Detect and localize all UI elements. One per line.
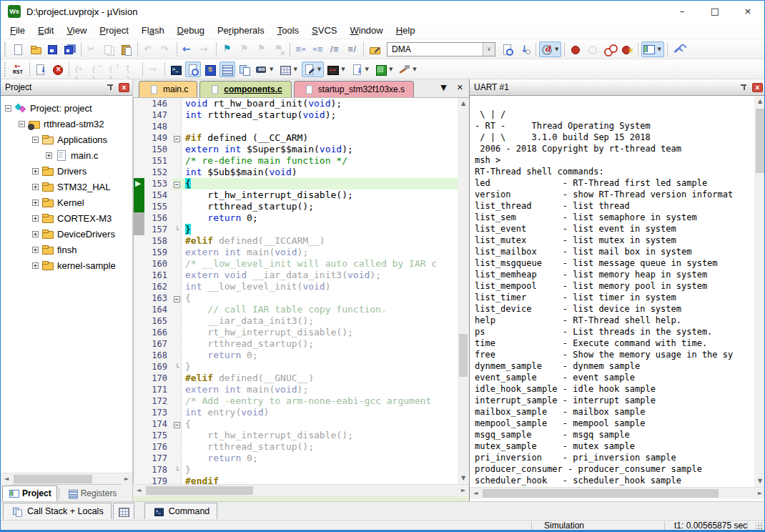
code-line[interactable]: 177 return 0; (134, 453, 469, 464)
code-line[interactable]: 165 __iar_data_init3(); (134, 315, 469, 327)
tree-item-kernel-sample[interactable]: +kernel-sample (1, 257, 132, 273)
navigate-forward-button[interactable] (197, 41, 213, 57)
expand-icon[interactable]: + (32, 200, 39, 206)
project-panel-close-icon[interactable]: x (119, 83, 129, 92)
save-button[interactable] (45, 41, 61, 57)
fold-marker[interactable]: − (172, 132, 182, 144)
expand-icon[interactable]: − (32, 137, 39, 143)
toolbar-grip[interactable] (4, 62, 7, 77)
code-line[interactable]: 148 (134, 121, 469, 132)
memory-map-button[interactable] (113, 503, 134, 519)
code-line[interactable]: 158#elif defined(__ICCARM__) (134, 235, 469, 247)
find-in-files-dialog-button[interactable] (500, 41, 515, 57)
bookmark-toggle-button[interactable] (219, 41, 235, 57)
symbols-window-button[interactable] (202, 61, 218, 77)
close-button[interactable]: × (731, 1, 764, 22)
watch-windows-button[interactable]: ▼ (254, 61, 276, 77)
code-line[interactable]: 147int rtthread_startup(void); (134, 109, 469, 121)
code-line[interactable]: 164 // call IAR table copy function. (134, 304, 469, 315)
tree-item-stm32-hal[interactable]: +STM32_HAL (1, 179, 132, 194)
code-line[interactable]: 171extern int main(void); (134, 384, 469, 395)
window-layout-button[interactable]: ▼ (641, 41, 663, 57)
panel-tab-registers[interactable]: Registers (61, 486, 123, 501)
fold-collapse-icon[interactable]: − (174, 136, 180, 142)
fold-marker[interactable]: − (172, 178, 182, 189)
maximize-button[interactable]: □ (699, 1, 731, 22)
code-area[interactable]: 146void rt_hw_board_init(void);147int rt… (133, 98, 469, 484)
scroll-thumb[interactable] (483, 489, 719, 498)
menu-file[interactable]: File (4, 22, 31, 39)
analysis-windows-button[interactable]: ▼ (325, 61, 347, 77)
step-over-button[interactable] (89, 61, 105, 77)
menu-view[interactable]: View (60, 22, 93, 39)
unindent-button[interactable] (310, 41, 326, 57)
editor-v-scrollbar[interactable]: ▲ ▼ (458, 98, 469, 484)
code-line[interactable]: 160/* __low_level_init will auto called … (134, 258, 469, 270)
save-all-button[interactable] (62, 41, 78, 57)
chevron-down-icon[interactable]: ▼ (656, 41, 662, 57)
menu-edit[interactable]: Edit (31, 22, 60, 39)
show-current-statement-button[interactable] (146, 61, 162, 77)
copy-button[interactable] (102, 41, 117, 57)
code-line[interactable]: 169└} (134, 361, 469, 373)
scroll-down-icon[interactable]: ▼ (754, 476, 765, 487)
menu-project[interactable]: Project (93, 22, 134, 39)
close-document-icon[interactable]: ✕ (457, 83, 463, 93)
menu-svcs[interactable]: SVCS (305, 22, 343, 39)
code-line[interactable]: 176 rtthread_startup(); (134, 441, 469, 453)
code-line[interactable]: 168 return 0; (134, 350, 469, 361)
tree-item-kernel[interactable]: +Kernel (1, 194, 132, 210)
uart-v-scrollbar[interactable]: ▲ ▼ (754, 96, 765, 487)
scroll-thumb[interactable] (756, 109, 764, 173)
code-line[interactable]: 167 rtthread_startup(); (134, 338, 469, 350)
chevron-down-icon[interactable]: ▼ (292, 61, 298, 77)
fold-marker[interactable]: − (172, 292, 182, 304)
uncomment-selection-button[interactable] (345, 41, 360, 57)
chevron-down-icon[interactable]: ▼ (388, 61, 394, 77)
stop-button[interactable] (50, 61, 66, 77)
scroll-thumb[interactable] (146, 486, 253, 495)
system-viewer-button[interactable]: ▼ (373, 61, 395, 77)
lookup-definition-button[interactable]: ▼ (539, 41, 561, 57)
registers-window-button[interactable] (219, 61, 235, 77)
bookmark-next-button[interactable] (254, 41, 270, 57)
uart-output[interactable]: \ | / - RT - Thread Operating System / |… (470, 96, 765, 487)
serial-windows-button[interactable]: ▼ (302, 61, 324, 77)
find-in-files-button[interactable] (367, 41, 382, 57)
expand-icon[interactable]: + (32, 247, 39, 253)
expand-icon[interactable]: − (5, 105, 11, 112)
editor-tab-main-c[interactable]: main.c (139, 81, 197, 97)
indent-button[interactable] (293, 41, 309, 57)
undo-button[interactable] (141, 41, 157, 57)
expand-icon[interactable]: − (19, 121, 25, 127)
code-line[interactable]: 149−#if defined (__CC_ARM) (134, 132, 469, 144)
reset-cpu-button[interactable] (11, 61, 26, 77)
open-file-button[interactable] (28, 41, 44, 57)
bookmark-clear-all-button[interactable] (271, 41, 287, 57)
tree-item-main-c[interactable]: +main.c (1, 147, 132, 163)
breakpoint-insert-button[interactable] (568, 41, 583, 57)
disassembly-window-button[interactable] (185, 61, 201, 77)
scroll-right-icon[interactable]: ► (458, 485, 469, 496)
editor-tab-startup-stm32f103xe-s[interactable]: startup_stm32f103xe.s (294, 81, 414, 97)
scroll-up-icon[interactable]: ▲ (458, 98, 469, 109)
trace-windows-button[interactable]: ▼ (350, 61, 372, 77)
tree-item-applications[interactable]: −Applications (1, 132, 132, 147)
code-line[interactable]: 151/* re-define main function */ (134, 155, 469, 167)
chevron-down-icon[interactable]: ∨ (483, 43, 495, 56)
code-line[interactable]: 157└} (134, 224, 469, 235)
expand-icon[interactable]: + (32, 215, 39, 222)
code-line[interactable]: 172/* Add -eentry to arm-none-eabi-gcc a… (134, 395, 469, 407)
expand-icon[interactable]: + (32, 168, 39, 174)
panel-tab-project[interactable]: Project (2, 486, 57, 501)
menu-debug[interactable]: Debug (171, 22, 211, 39)
fold-collapse-icon[interactable]: − (174, 296, 180, 302)
breakpoint-kill-all-button[interactable] (619, 41, 635, 57)
tree-item-rtthread-stm32[interactable]: −rtthread-stm32 (1, 116, 132, 132)
scroll-left-icon[interactable]: ◄ (133, 485, 144, 496)
tree-item-devicedrivers[interactable]: +DeviceDrivers (1, 226, 132, 242)
scroll-left-icon[interactable]: ◄ (1, 473, 12, 485)
menu-window[interactable]: Window (343, 22, 389, 39)
code-line[interactable]: 161extern void __iar_data_init3(void); (134, 270, 469, 281)
memory-windows-button[interactable]: ▼ (277, 61, 300, 77)
